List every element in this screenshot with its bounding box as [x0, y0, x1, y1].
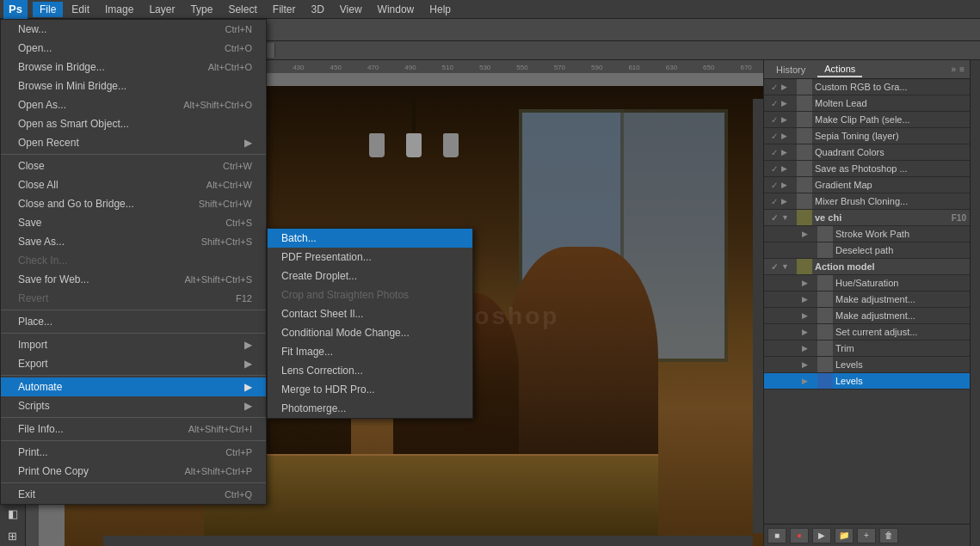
mask-mode[interactable]: ◧: [3, 503, 23, 524]
action-check[interactable]: ✓: [767, 164, 781, 174]
menu-open-smart[interactable]: Open as Smart Object...: [1, 114, 266, 133]
panel-record-btn[interactable]: ●: [790, 528, 809, 543]
action-item[interactable]: ✓▶Quadrant Colors: [764, 144, 970, 161]
action-expand-icon[interactable]: ▼: [781, 262, 792, 271]
action-check[interactable]: ✓: [767, 83, 781, 92]
panel-new-folder-btn[interactable]: 📁: [835, 528, 854, 543]
menu-automate[interactable]: Automate ▶: [1, 377, 266, 396]
panel-tab-actions[interactable]: Actions: [817, 62, 862, 77]
menu-print-one-copy[interactable]: Print One Copy Alt+Shift+Ctrl+P: [1, 462, 266, 481]
menu-place[interactable]: Place...: [1, 312, 266, 331]
menu-browse-mini-bridge[interactable]: Browse in Mini Bridge...: [1, 77, 266, 95]
action-expand-icon[interactable]: ▶: [802, 360, 812, 369]
action-item[interactable]: ▶Stroke Work Path: [764, 226, 970, 242]
menu-file[interactable]: File: [33, 2, 63, 17]
menu-save[interactable]: Save Ctrl+S: [1, 213, 266, 232]
action-expand-icon[interactable]: ▶: [781, 164, 792, 173]
submenu-photomerge[interactable]: Photomerge...: [268, 399, 472, 418]
action-expand-icon[interactable]: ▶: [802, 344, 812, 353]
menu-save-as[interactable]: Save As... Shift+Ctrl+S: [1, 232, 266, 251]
submenu-conditional-mode[interactable]: Conditional Mode Change...: [268, 323, 472, 342]
action-item[interactable]: ▶Set current adjust...: [764, 324, 970, 340]
action-expand-icon[interactable]: ▶: [781, 132, 792, 140]
menu-layer[interactable]: Layer: [142, 2, 182, 17]
action-expand-icon[interactable]: ▶: [802, 279, 812, 287]
action-check[interactable]: ✓: [767, 148, 781, 157]
submenu-pdf-presentation[interactable]: PDF Presentation...: [268, 248, 472, 267]
panel-new-action-btn[interactable]: +: [857, 528, 876, 543]
menu-view[interactable]: View: [333, 2, 369, 17]
action-check[interactable]: ✓: [767, 181, 781, 190]
action-expand-icon[interactable]: ▶: [802, 295, 812, 304]
action-check[interactable]: ✓: [767, 132, 781, 141]
menu-print[interactable]: Print... Ctrl+P: [1, 443, 266, 462]
menu-scripts[interactable]: Scripts ▶: [1, 396, 266, 415]
menu-save-web[interactable]: Save for Web... Alt+Shift+Ctrl+S: [1, 270, 266, 289]
action-check[interactable]: ✓: [767, 197, 781, 206]
action-item[interactable]: ▶Trim: [764, 340, 970, 357]
submenu-merge-hdr[interactable]: Merge to HDR Pro...: [268, 380, 472, 399]
menu-close[interactable]: Close Ctrl+W: [1, 156, 266, 175]
action-item[interactable]: ✓▼Action model: [764, 259, 970, 275]
panel-menu-icon[interactable]: ≡: [959, 64, 965, 74]
menu-help[interactable]: Help: [422, 2, 458, 17]
submenu-create-droplet[interactable]: Create Droplet...: [268, 267, 472, 285]
menu-3d[interactable]: 3D: [304, 2, 330, 17]
screen-mode[interactable]: ⊞: [3, 525, 23, 546]
action-item[interactable]: ✓▶Make Clip Path (sele...: [764, 112, 970, 128]
menu-open-recent[interactable]: Open Recent ▶: [1, 133, 266, 152]
action-item[interactable]: ✓▼ve chiF10: [764, 210, 970, 226]
action-expand-icon[interactable]: ▶: [781, 99, 792, 107]
action-check[interactable]: ✓: [767, 99, 781, 108]
menu-browse-bridge[interactable]: Browse in Bridge... Alt+Ctrl+O: [1, 58, 266, 77]
submenu-batch[interactable]: Batch...: [268, 229, 472, 248]
submenu-lens-correction[interactable]: Lens Correction...: [268, 361, 472, 380]
menu-type[interactable]: Type: [183, 2, 219, 17]
action-item[interactable]: ▶Make adjustment...: [764, 308, 970, 324]
panel-expand-icon[interactable]: »: [952, 64, 957, 74]
action-expand-icon[interactable]: ▶: [802, 230, 812, 238]
menu-window[interactable]: Window: [371, 2, 422, 17]
action-item[interactable]: ✓▶Sepia Toning (layer): [764, 128, 970, 144]
action-expand-icon[interactable]: ▶: [781, 197, 792, 206]
panel-delete-btn[interactable]: 🗑: [879, 528, 898, 543]
action-item[interactable]: ✓▶Mixer Brush Cloning...: [764, 193, 970, 210]
menu-import[interactable]: Import ▶: [1, 335, 266, 354]
action-check[interactable]: ✓: [767, 115, 781, 125]
panel-tab-history[interactable]: History: [769, 63, 812, 77]
action-item[interactable]: ▶Hue/Saturation: [764, 275, 970, 291]
action-expand-icon[interactable]: ▶: [781, 83, 792, 91]
action-expand-icon[interactable]: ▼: [781, 213, 792, 222]
action-item[interactable]: ▶Levels: [764, 357, 970, 373]
scrollbar-vertical[interactable]: [753, 99, 763, 533]
action-item[interactable]: ✓▶Custom RGB to Gra...: [764, 79, 970, 95]
action-expand-icon[interactable]: ▶: [781, 181, 792, 189]
menu-open[interactable]: Open... Ctrl+O: [1, 39, 266, 58]
action-item[interactable]: ✓▶Molten Lead: [764, 95, 970, 112]
menu-filter[interactable]: Filter: [266, 2, 303, 17]
action-check[interactable]: ✓: [767, 213, 781, 223]
menu-image[interactable]: Image: [98, 2, 140, 17]
menu-close-go-bridge[interactable]: Close and Go to Bridge... Shift+Ctrl+W: [1, 194, 266, 213]
menu-exit[interactable]: Exit Ctrl+Q: [1, 485, 266, 504]
action-check[interactable]: ✓: [767, 262, 781, 272]
action-item[interactable]: ▶Make adjustment...: [764, 291, 970, 308]
menu-select[interactable]: Select: [221, 2, 263, 17]
action-item[interactable]: Deselect path: [764, 242, 970, 259]
menu-open-as[interactable]: Open As... Alt+Shift+Ctrl+O: [1, 95, 266, 114]
panel-play-btn[interactable]: ▶: [812, 528, 831, 543]
action-item[interactable]: ✓▶Gradient Map: [764, 177, 970, 193]
submenu-fit-image[interactable]: Fit Image...: [268, 342, 472, 361]
menu-file-info[interactable]: File Info... Alt+Shift+Ctrl+I: [1, 420, 266, 439]
action-expand-icon[interactable]: ▶: [802, 328, 812, 336]
action-expand-icon[interactable]: ▶: [802, 377, 812, 385]
action-expand-icon[interactable]: ▶: [781, 148, 792, 156]
menu-new[interactable]: New... Ctrl+N: [1, 20, 266, 39]
scrollbar-horizontal[interactable]: [103, 536, 753, 546]
menu-edit[interactable]: Edit: [65, 2, 96, 17]
submenu-contact-sheet[interactable]: Contact Sheet Il...: [268, 304, 472, 323]
panel-stop-btn[interactable]: ■: [767, 528, 786, 543]
menu-close-all[interactable]: Close All Alt+Ctrl+W: [1, 175, 266, 194]
action-item[interactable]: ▶Levels: [764, 373, 970, 390]
menu-export[interactable]: Export ▶: [1, 354, 266, 373]
